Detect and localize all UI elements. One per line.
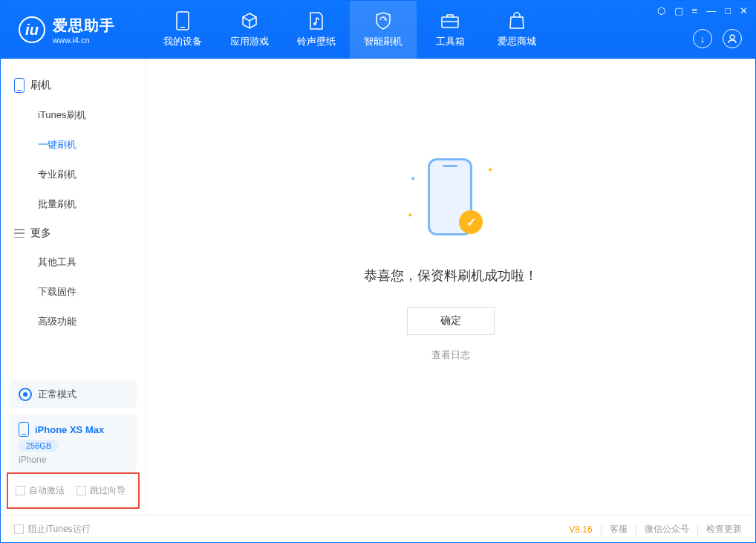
storage-badge: 256GB xyxy=(19,440,59,452)
success-illustration: ✦ ✦ ✦ ✓ xyxy=(403,152,499,249)
tab-store[interactable]: 爱思商城 xyxy=(483,1,550,59)
footer-right: V8.16 | 客服 | 微信公众号 | 检查更新 xyxy=(569,523,742,536)
checkbox-auto-activate[interactable]: 自动激活 xyxy=(16,484,65,497)
tab-label: 我的设备 xyxy=(163,35,202,48)
minimize-button[interactable]: — xyxy=(706,5,716,16)
tab-label: 工具箱 xyxy=(436,35,465,48)
close-button[interactable]: ✕ xyxy=(740,5,748,16)
user-button[interactable] xyxy=(723,29,742,48)
logo-area: iu 爱思助手 www.i4.cn xyxy=(1,16,149,45)
music-file-icon xyxy=(307,11,326,30)
tab-label: 铃声壁纸 xyxy=(297,35,336,48)
sidebar-section-flash: 刷机 xyxy=(1,71,146,100)
app-title: 爱思助手 xyxy=(53,16,115,36)
window-controls: ⬡ ▢ ≡ — □ ✕ xyxy=(657,5,748,16)
tab-label: 应用游戏 xyxy=(230,35,269,48)
mode-box[interactable]: 正常模式 xyxy=(10,380,137,409)
sidebar-section-more: 更多 xyxy=(1,219,146,247)
toolbox-icon xyxy=(440,11,460,30)
mode-icon xyxy=(19,388,32,401)
checkbox-label: 自动激活 xyxy=(29,484,65,497)
sidebar-bottom: 正常模式 iPhone XS Max 256GB iPhone 自动激活 跳过向… xyxy=(1,380,146,515)
notebook-icon[interactable]: ▢ xyxy=(674,5,683,16)
success-message: 恭喜您，保资料刷机成功啦！ xyxy=(364,267,538,284)
checkbox-icon xyxy=(76,486,86,495)
tab-apps-games[interactable]: 应用游戏 xyxy=(216,1,283,59)
app-subtitle: www.i4.cn xyxy=(53,36,115,45)
tab-label: 爱思商城 xyxy=(498,35,536,48)
options-highlight-box: 自动激活 跳过向导 xyxy=(7,472,140,509)
footer-link-update[interactable]: 检查更新 xyxy=(706,523,742,536)
device-box[interactable]: iPhone XS Max 256GB iPhone xyxy=(10,414,137,472)
sidebar-item-advanced[interactable]: 高级功能 xyxy=(1,307,146,336)
tab-smart-flash[interactable]: 智能刷机 xyxy=(350,1,417,59)
sidebar-item-pro-flash[interactable]: 专业刷机 xyxy=(1,160,146,189)
checkbox-skip-guide[interactable]: 跳过向导 xyxy=(76,484,126,497)
menu-icon[interactable]: ≡ xyxy=(692,5,698,16)
sidebar: 刷机 iTunes刷机 一键刷机 专业刷机 批量刷机 更多 其他工具 下载固件 … xyxy=(1,59,146,515)
sidebar-item-batch-flash[interactable]: 批量刷机 xyxy=(1,189,146,219)
main-content: ✦ ✦ ✦ ✓ 恭喜您，保资料刷机成功啦！ 确定 查看日志 xyxy=(146,59,755,515)
confirm-button[interactable]: 确定 xyxy=(407,307,495,335)
phone-icon xyxy=(19,422,29,437)
device-icon xyxy=(173,11,192,30)
tab-ringtone-wallpaper[interactable]: 铃声壁纸 xyxy=(283,1,350,59)
svg-point-4 xyxy=(730,35,734,39)
download-button[interactable]: ↓ xyxy=(693,29,712,48)
maximize-button[interactable]: □ xyxy=(725,5,731,16)
checkbox-block-itunes[interactable]: 阻止iTunes运行 xyxy=(14,523,91,536)
separator: | xyxy=(600,524,602,535)
logo-text: 爱思助手 www.i4.cn xyxy=(53,16,115,45)
tab-my-device[interactable]: 我的设备 xyxy=(149,1,216,59)
main-tabs: 我的设备 应用游戏 铃声壁纸 智能刷机 工具箱 爱思商城 xyxy=(149,1,550,59)
sidebar-item-itunes-flash[interactable]: iTunes刷机 xyxy=(1,100,146,130)
separator: | xyxy=(697,524,699,535)
shirt-icon[interactable]: ⬡ xyxy=(657,5,665,16)
device-type: iPhone xyxy=(19,455,128,465)
mode-label: 正常模式 xyxy=(38,388,76,401)
tab-toolbox[interactable]: 工具箱 xyxy=(417,1,483,59)
checkbox-icon xyxy=(14,524,24,534)
app-body: 刷机 iTunes刷机 一键刷机 专业刷机 批量刷机 更多 其他工具 下载固件 … xyxy=(1,59,755,515)
tab-label: 智能刷机 xyxy=(364,35,403,48)
checkmark-badge-icon: ✓ xyxy=(459,210,483,234)
sparkle-icon: ✦ xyxy=(407,211,413,219)
checkbox-icon xyxy=(16,486,25,495)
sparkle-icon: ✦ xyxy=(487,166,493,174)
section-title: 刷机 xyxy=(30,79,51,92)
svg-rect-1 xyxy=(180,27,185,28)
app-footer: 阻止iTunes运行 V8.16 | 客服 | 微信公众号 | 检查更新 xyxy=(1,515,755,543)
sparkle-icon: ✦ xyxy=(410,175,416,183)
phone-icon xyxy=(14,78,25,93)
version-label: V8.16 xyxy=(569,524,592,535)
view-log-link[interactable]: 查看日志 xyxy=(431,348,470,362)
checkbox-label: 阻止iTunes运行 xyxy=(28,523,91,536)
footer-link-wechat[interactable]: 微信公众号 xyxy=(645,523,689,536)
section-title: 更多 xyxy=(30,227,51,240)
separator: | xyxy=(635,524,637,535)
sidebar-item-oneclick-flash[interactable]: 一键刷机 xyxy=(1,130,146,160)
app-header: iu 爱思助手 www.i4.cn 我的设备 应用游戏 铃声壁纸 智能刷机 工具… xyxy=(1,1,755,59)
bag-icon xyxy=(507,11,527,30)
svg-rect-3 xyxy=(442,17,458,27)
sidebar-item-download-firmware[interactable]: 下载固件 xyxy=(1,277,146,307)
header-right-buttons: ↓ xyxy=(693,29,742,48)
list-icon xyxy=(14,229,25,238)
svg-point-2 xyxy=(313,22,316,25)
shield-sync-icon xyxy=(374,11,393,30)
device-name: iPhone XS Max xyxy=(35,424,104,435)
sidebar-item-other-tools[interactable]: 其他工具 xyxy=(1,247,146,277)
footer-link-support[interactable]: 客服 xyxy=(610,523,628,536)
cube-icon xyxy=(240,11,259,30)
app-logo-icon: iu xyxy=(19,16,45,43)
checkbox-label: 跳过向导 xyxy=(90,484,126,497)
